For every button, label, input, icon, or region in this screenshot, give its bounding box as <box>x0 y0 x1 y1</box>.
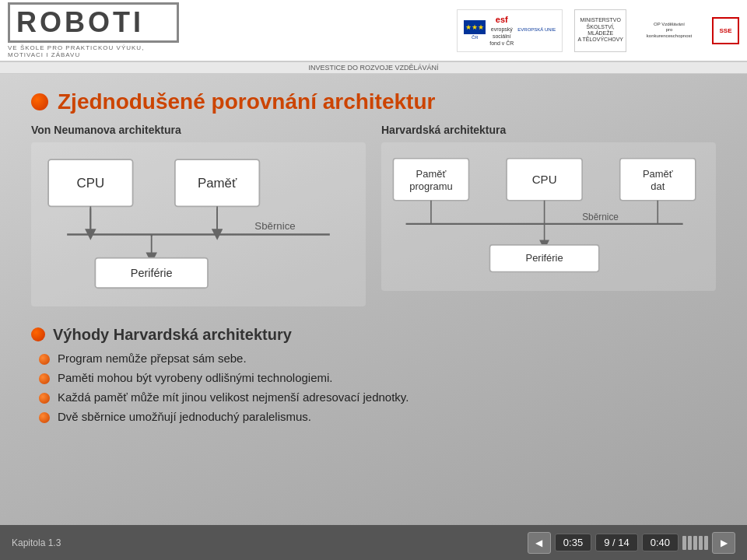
bullet-icon-1 <box>39 354 50 365</box>
bullet-text-4: Dvě sběrnice umožňují jednoduchý paralel… <box>58 410 311 423</box>
pause-bar-5 <box>704 536 708 550</box>
pause-bar-1 <box>682 536 686 550</box>
svg-text:CPU: CPU <box>77 176 105 191</box>
bullet-text-1: Program nemůže přepsat sám sebe. <box>58 352 247 365</box>
bullet-icon-2 <box>39 373 50 384</box>
svg-text:Sběrnice: Sběrnice <box>254 220 295 232</box>
bullet-section: Výhody Harvardská architektury Program n… <box>31 326 716 429</box>
header-logos: ★★★ ČR esf evropský sociální fond v ČR E… <box>179 9 739 52</box>
esf-text1: evropský <box>491 26 513 32</box>
list-item: Každá paměť může mít jinou velikost nejm… <box>39 390 716 404</box>
title-row: Zjednodušené porovnání architektur <box>31 89 716 114</box>
chapter-label: Kapitola 1.3 <box>12 537 61 548</box>
slide-title: Zjednodušené porovnání architektur <box>58 89 435 114</box>
page-indicator: 9 / 14 <box>595 534 638 551</box>
list-item: Dvě sběrnice umožňují jednoduchý paralel… <box>39 410 716 423</box>
svg-text:programu: programu <box>409 180 452 192</box>
roboti-logo: ROBOTI VE ŠKOLE PRO PRAKTICKOU VÝUKU, MO… <box>8 3 179 58</box>
von-neumann-section: Von Neumanova architektura CPU Paměť <box>31 124 366 306</box>
bullet-icon-3 <box>39 393 50 404</box>
esf-text2: sociální <box>493 33 511 39</box>
pause-bar-4 <box>699 536 703 550</box>
next-button[interactable]: ▶ <box>712 532 735 554</box>
sse-logo: SSE <box>712 17 739 44</box>
svg-text:Paměť: Paměť <box>643 168 673 180</box>
slide-container: ROBOTI VE ŠKOLE PRO PRAKTICKOU VÝUKU, MO… <box>0 0 747 560</box>
svg-text:dat: dat <box>651 180 665 192</box>
prev-button[interactable]: ◀ <box>528 532 551 554</box>
time-elapsed: 0:35 <box>555 534 591 551</box>
arch-section: Von Neumanova architektura CPU Paměť <box>31 124 716 306</box>
harvard-label: Harvardská architektura <box>381 124 716 136</box>
svg-text:Sběrnice: Sběrnice <box>582 212 619 222</box>
header-bar: ROBOTI VE ŠKOLE PRO PRAKTICKOU VÝUKU, MO… <box>0 0 747 62</box>
op-logo: OP Vzděláváníprokonkurenceschopnost <box>638 22 700 39</box>
esf-logo: ★★★ ČR esf evropský sociální fond v ČR E… <box>457 9 563 52</box>
svg-text:Paměť: Paměť <box>198 176 237 191</box>
section2-title: Výhody Harvardská architektury <box>53 326 292 344</box>
list-item: Program nemůže přepsat sám sebe. <box>39 352 716 365</box>
page-current: 9 <box>604 537 609 548</box>
von-neumann-diagram: CPU Paměť Sběrni <box>31 142 366 306</box>
list-item: Paměti mohou být vyrobeny odlišnými tech… <box>39 371 716 384</box>
time-remaining: 0:40 <box>642 534 679 551</box>
von-neumann-svg: CPU Paměť Sběrni <box>39 150 358 296</box>
harvard-svg: Paměť programu CPU Paměť dat <box>389 150 708 280</box>
roboti-title-text: ROBOTI <box>8 2 179 43</box>
investice-bar: INVESTICE DO ROZVOJE VZDĚLÁVÁNÍ <box>0 62 747 74</box>
bullet-text-2: Paměti mohou být vyrobeny odlišnými tech… <box>58 371 333 384</box>
title-bullet <box>31 93 48 110</box>
svg-text:Periférie: Periférie <box>131 267 173 279</box>
section2-bullet <box>31 327 45 341</box>
pause-button[interactable] <box>682 536 708 550</box>
esf-text3: fond v ČR <box>489 40 514 46</box>
bullet-icon-4 <box>39 412 50 423</box>
playback-controls[interactable]: ◀ 0:35 9 / 14 0:40 ▶ <box>528 532 735 554</box>
pause-bar-2 <box>688 536 692 550</box>
svg-text:Periférie: Periférie <box>526 252 563 264</box>
von-neumann-label: Von Neumanova architektura <box>31 124 366 136</box>
mmt-logo: MINISTERSTVOŠKOLSTVÍ,MLÁDEŽEA TĚLOVÝCHOV… <box>574 9 626 52</box>
harvard-section: Harvardská architektura Paměť programu <box>381 124 716 306</box>
main-content: Zjednodušené porovnání architektur Von N… <box>0 74 747 525</box>
harvard-diagram: Paměť programu CPU Paměť dat <box>381 142 716 291</box>
roboti-subtitle-text: VE ŠKOLE PRO PRAKTICKOU VÝUKU, MOTIVACI … <box>8 44 179 58</box>
page-total: 14 <box>618 537 629 548</box>
bottom-bar: Kapitola 1.3 ◀ 0:35 9 / 14 0:40 ▶ <box>0 525 747 560</box>
bullet-text-3: Každá paměť může mít jinou velikost nejm… <box>58 390 409 404</box>
bullet-list: Program nemůže přepsat sám sebe. Paměti … <box>31 352 716 423</box>
svg-text:Paměť: Paměť <box>416 168 447 180</box>
section2-title-row: Výhody Harvardská architektury <box>31 326 716 344</box>
svg-text:CPU: CPU <box>532 173 557 186</box>
pause-bar-3 <box>693 536 697 550</box>
eu-label: EVROPSKÁ UNIE <box>517 27 556 33</box>
